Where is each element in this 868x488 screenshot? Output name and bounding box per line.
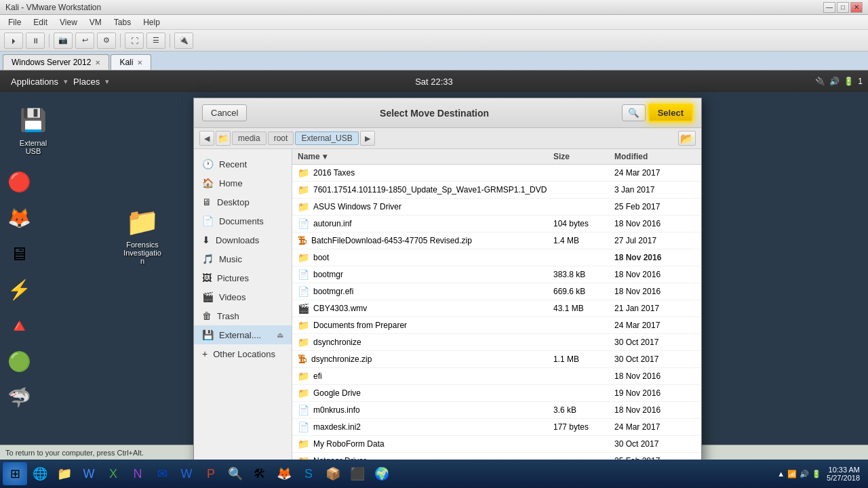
tray-arrow[interactable]: ▲ [777, 470, 785, 478]
toolbar-fullscreen-btn[interactable]: ⛶ [125, 33, 144, 49]
toolbar-power-btn[interactable]: ⏵ [4, 33, 23, 49]
taskbar-icon-ppt[interactable]: P [199, 463, 222, 485]
menu-view[interactable]: View [54, 16, 83, 28]
toolbar-revert-btn[interactable]: ↩ [75, 33, 94, 49]
minimize-button[interactable]: — [823, 2, 835, 13]
cancel-button[interactable]: Cancel [202, 104, 247, 121]
col-modified[interactable]: Modified [614, 152, 696, 161]
menu-vm[interactable]: VM [84, 16, 107, 28]
toolbar-snapshot-btn[interactable]: 📷 [54, 33, 73, 49]
new-folder-button[interactable]: 📂 [678, 131, 696, 146]
taskbar-icon-word[interactable]: W [77, 463, 100, 485]
tray-network: 📶 [787, 470, 797, 479]
breadcrumb-external-usb[interactable]: External_USB [295, 131, 358, 145]
sidebar-item-trash[interactable]: 🗑 Trash [194, 306, 292, 325]
file-row[interactable]: 📁 My RoboForm Data 30 Oct 2017 [292, 436, 701, 453]
taskbar-icon-browser[interactable]: 🌍 [370, 463, 393, 485]
sidebar-item-documents[interactable]: 📄 Documents [194, 211, 292, 230]
dock-icon-wireshark[interactable]: 🦈 [3, 381, 35, 413]
breadcrumb-root[interactable]: root [268, 131, 294, 145]
sidebar-item-downloads[interactable]: ⬇ Downloads [194, 230, 292, 249]
file-row[interactable]: 📄 autorun.inf 104 bytes 18 Nov 2016 [292, 216, 701, 232]
file-row[interactable]: 📁 Documents from Preparer 24 Mar 2017 [292, 317, 701, 334]
select-button[interactable]: Select [648, 104, 693, 122]
dock-icon-zap[interactable]: 🔺 [3, 309, 35, 342]
taskbar-icon-cmd[interactable]: ⬛ [346, 463, 369, 485]
applications-menu[interactable]: Applications [5, 75, 64, 88]
file-icon: 📄 [298, 269, 309, 280]
toolbar-unity-btn[interactable]: ☰ [146, 33, 165, 49]
menu-edit[interactable]: Edit [28, 16, 53, 28]
file-row[interactable]: 🎬 CBY4303.wmv 43.1 MB 21 Jan 2017 [292, 300, 701, 317]
search-button[interactable]: 🔍 [622, 104, 646, 121]
menu-tabs[interactable]: Tabs [108, 16, 136, 28]
sidebar-item-recent[interactable]: 🕐 Recent [194, 155, 292, 174]
file-row[interactable]: 📁 Google Drive 19 Nov 2016 [292, 385, 701, 402]
toolbar-usb-btn[interactable]: 🔌 [174, 33, 193, 49]
file-row[interactable]: 📁 dsynchronize 30 Oct 2017 [292, 334, 701, 351]
dock-icon-green-term[interactable]: 🟢 [3, 345, 35, 378]
dock-icon-terminal[interactable]: 🖥 [3, 237, 35, 270]
tab-close-windows[interactable]: ✕ [95, 59, 100, 66]
sidebar-item-desktop[interactable]: 🖥 Desktop [194, 192, 292, 211]
file-row[interactable]: 📁 efi 18 Nov 2016 [292, 368, 701, 385]
desktop-icon-forensics[interactable]: 📁 Forensics Investigatio n [119, 203, 166, 268]
toolbar-sep-2 [120, 34, 121, 47]
file-name: bootmgr [313, 270, 343, 279]
sidebar-item-other-locations[interactable]: + Other Locations [194, 344, 292, 363]
taskbar-icon-word2[interactable]: W [175, 463, 198, 485]
toolbar-settings-btn[interactable]: ⚙ [97, 33, 116, 49]
taskbar-icon-explorer[interactable]: 📁 [53, 463, 76, 485]
breadcrumb-folder-icon[interactable]: 📁 [216, 131, 231, 146]
sidebar-label-music: Music [219, 254, 242, 264]
maximize-button[interactable]: □ [837, 2, 849, 13]
desktop-icon-usb[interactable]: 💾 ExternalUSB [9, 101, 57, 158]
breadcrumb-media[interactable]: media [232, 131, 267, 145]
sidebar-item-pictures[interactable]: 🖼 Pictures [194, 268, 292, 287]
taskbar-icon-vbox[interactable]: 📦 [321, 463, 344, 485]
file-name: 2016 Taxes [313, 168, 355, 178]
dock-icon-burp[interactable]: ⚡ [3, 273, 35, 306]
col-name[interactable]: Name ▾ [298, 152, 553, 161]
dock-icon-firefox[interactable]: 🦊 [3, 201, 35, 234]
file-row[interactable]: 📁 2016 Taxes 24 Mar 2017 [292, 165, 701, 182]
windows-start-button[interactable]: ⊞ [3, 462, 27, 485]
places-menu[interactable]: Places [68, 75, 105, 88]
menu-help[interactable]: Help [138, 16, 165, 28]
tab-kali[interactable]: Kali ✕ [111, 54, 151, 70]
taskbar-icon-ie[interactable]: 🌐 [28, 463, 52, 485]
taskbar-icon-tool[interactable]: 🛠 [248, 463, 271, 485]
sidebar-item-music[interactable]: 🎵 Music [194, 249, 292, 268]
menu-file[interactable]: File [3, 16, 26, 28]
vmware-title: Kali - VMware Workstation [5, 3, 823, 12]
file-row[interactable]: 📄 bootmgr 383.8 kB 18 Nov 2016 [292, 266, 701, 283]
file-row[interactable]: 🗜 dsynchronize.zip 1.1 MB 30 Oct 2017 [292, 351, 701, 368]
sidebar-item-home[interactable]: 🏠 Home [194, 174, 292, 192]
nav-forward-button[interactable]: ▶ [360, 131, 375, 146]
file-row[interactable]: 📄 bootmgr.efi 669.6 kB 18 Nov 2016 [292, 283, 701, 300]
sidebar-item-videos[interactable]: 🎬 Videos [194, 287, 292, 306]
toolbar-pause-btn[interactable]: ⏸ [26, 33, 45, 49]
status-bar-text: To return to your computer, press Ctrl+A… [5, 449, 144, 457]
file-row[interactable]: 📁 boot 18 Nov 2016 [292, 249, 701, 266]
file-row[interactable]: 📄 maxdesk.ini2 177 bytes 24 Mar 2017 [292, 419, 701, 436]
close-button[interactable]: ✕ [850, 2, 863, 13]
taskbar-icon-outlook[interactable]: ✉ [151, 463, 174, 485]
tab-windows-server[interactable]: Windows Server 2012 ✕ [3, 54, 109, 70]
file-row[interactable]: 📁 7601.17514.101119-1850_Update_Sp_Wave1… [292, 182, 701, 199]
tab-close-kali[interactable]: ✕ [137, 59, 142, 66]
file-row[interactable]: 📁 ASUS Windows 7 Driver 25 Feb 2017 [292, 199, 701, 216]
taskbar-icon-burp[interactable]: 🦊 [273, 463, 296, 485]
taskbar-icon-excel[interactable]: X [102, 463, 125, 485]
taskbar-icon-onenote[interactable]: N [126, 463, 149, 485]
file-row[interactable]: 🗜 BatchFileDownload-6453-47705 Revised.z… [292, 232, 701, 249]
eject-icon[interactable]: ⏏ [277, 331, 283, 340]
sidebar-item-external[interactable]: 💾 External.... ⏏ [194, 325, 292, 344]
file-row[interactable]: 📄 m0nkrus.info 3.6 kB 18 Nov 2016 [292, 402, 701, 419]
nav-back-button[interactable]: ◀ [199, 131, 214, 146]
col-size[interactable]: Size [553, 152, 614, 161]
dock-icon-maltego[interactable]: 🔴 [3, 165, 35, 198]
file-name: bootmgr.efi [313, 287, 353, 296]
taskbar-icon-skype[interactable]: S [297, 463, 320, 485]
taskbar-icon-chrome[interactable]: 🔍 [224, 463, 247, 485]
